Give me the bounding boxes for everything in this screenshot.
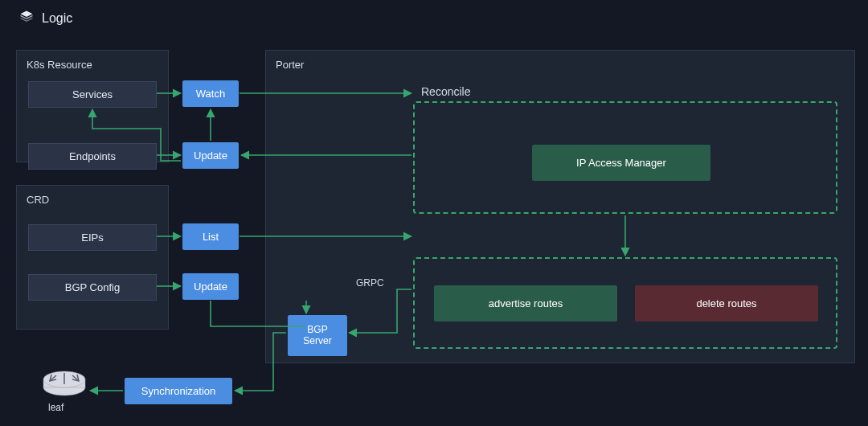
delete-routes-box: delete routes xyxy=(635,285,818,322)
box-eips: EIPs xyxy=(28,224,157,251)
k8s-panel-title: K8s Resource xyxy=(27,59,158,71)
k8s-resource-panel: K8s Resource Services Endpoints xyxy=(16,50,169,162)
leaf-label: leaf xyxy=(48,402,63,413)
synchronization-button: Synchronization xyxy=(125,378,232,404)
advertise-routes-box: advertise routes xyxy=(434,285,617,322)
update-button-1: Update xyxy=(182,142,239,169)
grpc-label: GRPC xyxy=(356,277,384,289)
porter-panel-title: Porter xyxy=(276,59,845,71)
page-title: Logic xyxy=(42,11,72,26)
bgp-server-box: BGP Server xyxy=(288,315,347,356)
header: Logic xyxy=(0,0,868,33)
crd-panel-title: CRD xyxy=(27,194,158,206)
reconcile-label: Reconcile xyxy=(421,85,470,98)
list-button: List xyxy=(182,223,239,250)
ip-access-manager-box: IP Access Manager xyxy=(532,145,710,181)
layers-icon xyxy=(19,10,34,27)
box-bgp-config: BGP Config xyxy=(28,274,157,301)
box-endpoints: Endpoints xyxy=(28,143,157,170)
watch-button: Watch xyxy=(182,80,239,107)
crd-panel: CRD EIPs BGP Config xyxy=(16,185,169,330)
update-button-2: Update xyxy=(182,273,239,300)
box-services: Services xyxy=(28,81,157,108)
router-icon xyxy=(40,363,88,401)
